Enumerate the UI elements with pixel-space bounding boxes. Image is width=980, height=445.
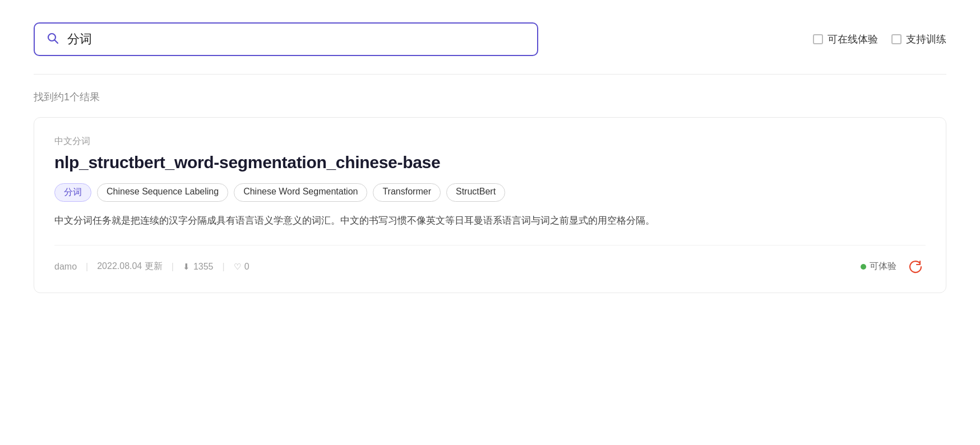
updated-label: 2022.08.04 更新 — [97, 261, 163, 272]
updated-item: 2022.08.04 更新 — [97, 261, 163, 272]
author-label: damo — [54, 262, 77, 272]
filter-group: 可在线体验 支持训练 — [813, 33, 946, 46]
likes-item: ♡ 0 — [234, 262, 249, 272]
status-dot — [861, 264, 866, 270]
filter-online-label: 可在线体验 — [828, 33, 878, 46]
card-footer: damo | 2022.08.04 更新 | ⬇ 1355 | ♡ 0 可体验 — [54, 245, 926, 277]
search-icon — [46, 31, 59, 47]
footer-right: 可体验 — [861, 257, 926, 277]
result-count: 找到约1个结果 — [34, 90, 946, 104]
tags-row: 分词 Chinese Sequence Labeling Chinese Wor… — [54, 183, 926, 202]
sep-1: | — [86, 262, 88, 272]
svg-line-1 — [55, 40, 58, 44]
heart-icon: ♡ — [234, 262, 241, 272]
filter-training-checkbox[interactable] — [891, 34, 902, 44]
card-category: 中文分词 — [54, 136, 926, 147]
status-label: 可体验 — [861, 261, 896, 272]
search-box — [34, 22, 538, 56]
card-title[interactable]: nlp_structbert_word-segmentation_chinese… — [54, 153, 926, 172]
refresh-button[interactable] — [905, 257, 926, 277]
author-item: damo — [54, 262, 77, 272]
filter-online[interactable]: 可在线体验 — [813, 33, 878, 46]
footer-meta: damo | 2022.08.04 更新 | ⬇ 1355 | ♡ 0 — [54, 261, 861, 272]
header-row: 可在线体验 支持训练 — [34, 22, 946, 56]
model-card: 中文分词 nlp_structbert_word-segmentation_ch… — [34, 117, 946, 293]
card-description: 中文分词任务就是把连续的汉字分隔成具有语言语义学意义的词汇。中文的书写习惯不像英… — [54, 213, 926, 229]
sep-3: | — [222, 262, 224, 272]
filter-training-label: 支持训练 — [906, 33, 946, 46]
downloads-item: ⬇ 1355 — [183, 262, 214, 272]
filter-training[interactable]: 支持训练 — [891, 33, 946, 46]
filter-online-checkbox[interactable] — [813, 34, 823, 44]
download-icon: ⬇ — [183, 262, 190, 272]
search-input[interactable] — [67, 32, 526, 47]
sep-2: | — [172, 262, 174, 272]
tag-1[interactable]: Chinese Sequence Labeling — [97, 183, 228, 202]
tag-3[interactable]: Transformer — [373, 183, 441, 202]
likes-count: 0 — [244, 262, 249, 272]
tag-0[interactable]: 分词 — [54, 183, 91, 202]
downloads-count: 1355 — [193, 262, 214, 272]
tag-2[interactable]: Chinese Word Segmentation — [234, 183, 367, 202]
tag-4[interactable]: StructBert — [446, 183, 505, 202]
divider — [34, 74, 946, 75]
status-text: 可体验 — [870, 261, 896, 272]
